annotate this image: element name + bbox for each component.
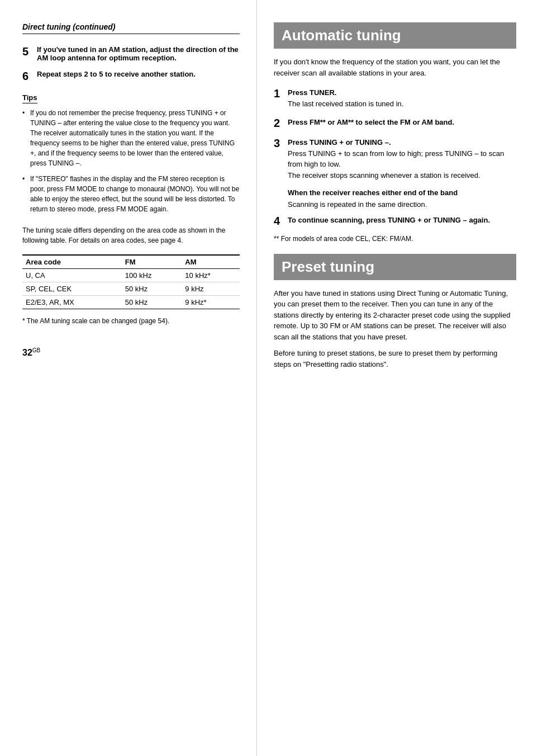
- row3-am: 9 kHz*: [182, 296, 240, 309]
- automatic-tuning-intro: If you don't know the frequency of the s…: [274, 56, 516, 78]
- step-5-number: 5: [22, 45, 35, 58]
- auto-step-3-bold: Press TUNING + or TUNING –.: [288, 138, 391, 147]
- table-row: U, CA 100 kHz 10 kHz*: [22, 269, 240, 282]
- row2-area: SP, CEL, CEK: [22, 282, 122, 296]
- row3-fm: 50 kHz: [122, 296, 182, 309]
- auto-step-2-number: 2: [274, 117, 285, 129]
- step-5-text: If you've tuned in an AM station, adjust…: [37, 45, 239, 62]
- page-number: 32GB: [22, 347, 240, 358]
- row1-am: 10 kHz*: [182, 269, 240, 282]
- right-column: Automatic tuning If you don't know the f…: [257, 0, 533, 756]
- tuning-note: The tuning scale differs depending on th…: [22, 225, 240, 245]
- automatic-tuning-title: Automatic tuning: [274, 22, 516, 49]
- auto-step-2: 2 Press FM** or AM** to select the FM or…: [274, 117, 516, 129]
- row2-fm: 50 kHz: [122, 282, 182, 296]
- tuning-table: Area code FM AM U, CA 100 kHz 10 kHz* SP…: [22, 254, 240, 309]
- tips-section: Tips If you do not remember the precise …: [22, 93, 240, 214]
- row3-area: E2/E3, AR, MX: [22, 296, 122, 309]
- row1-area: U, CA: [22, 269, 122, 282]
- tip-1: If you do not remember the precise frequ…: [22, 108, 240, 168]
- step-6: 6 Repeat steps 2 to 5 to receive another…: [22, 70, 240, 82]
- preset-para1: After you have tuned in stations using D…: [274, 288, 516, 343]
- sub-section: When the receiver reaches either end of …: [288, 188, 516, 210]
- auto-step-3: 3 Press TUNING + or TUNING –. Press TUNI…: [274, 137, 516, 181]
- page-number-suffix: GB: [32, 347, 40, 353]
- step-6-content: Repeat steps 2 to 5 to receive another s…: [37, 70, 240, 78]
- table-footnote: * The AM tuning scale can be changed (pa…: [22, 317, 240, 325]
- step-6-number: 6: [22, 70, 35, 82]
- row2-am: 9 kHz: [182, 282, 240, 296]
- step-6-text: Repeat steps 2 to 5 to receive another s…: [37, 70, 196, 78]
- tips-title: Tips: [22, 93, 37, 103]
- col-fm: FM: [122, 255, 182, 269]
- table-row: SP, CEL, CEK 50 kHz 9 kHz: [22, 282, 240, 296]
- tip-2: If "STEREO" flashes in the display and t…: [22, 174, 240, 214]
- auto-step-4-content: To continue scanning, press TUNING + or …: [288, 215, 516, 226]
- auto-step-3-detail: Press TUNING + to scan from low to high;…: [288, 148, 516, 181]
- left-column: Direct tuning (continued) 5 If you've tu…: [0, 0, 257, 756]
- page-number-value: 32: [22, 348, 32, 357]
- auto-step-1-content: Press TUNER. The last received station i…: [288, 87, 516, 109]
- tips-list: If you do not remember the precise frequ…: [22, 108, 240, 214]
- col-am: AM: [182, 255, 240, 269]
- auto-step-2-bold: Press FM** or AM** to select the FM or A…: [288, 118, 454, 126]
- auto-step-2-content: Press FM** or AM** to select the FM or A…: [288, 117, 516, 128]
- preset-tuning-section: Preset tuning After you have tuned in st…: [274, 254, 516, 370]
- auto-step-3-number: 3: [274, 137, 285, 149]
- auto-step-4: 4 To continue scanning, press TUNING + o…: [274, 215, 516, 227]
- auto-step-1: 1 Press TUNER. The last received station…: [274, 87, 516, 109]
- auto-step-4-number: 4: [274, 215, 285, 227]
- auto-step-3-content: Press TUNING + or TUNING –. Press TUNING…: [288, 137, 516, 181]
- table-row: E2/E3, AR, MX 50 kHz 9 kHz*: [22, 296, 240, 309]
- sub-heading: When the receiver reaches either end of …: [288, 188, 516, 197]
- col-area-code: Area code: [22, 255, 122, 269]
- auto-step-4-bold: To continue scanning, press TUNING + or …: [288, 216, 490, 224]
- sub-text: Scanning is repeated in the same directi…: [288, 199, 516, 210]
- auto-step-1-detail: The last received station is tuned in.: [288, 98, 516, 110]
- preset-para2: Before tuning to preset stations, be sur…: [274, 348, 516, 370]
- step-5: 5 If you've tuned in an AM station, adju…: [22, 45, 240, 62]
- tuning-table-container: Area code FM AM U, CA 100 kHz 10 kHz* SP…: [22, 254, 240, 309]
- row1-fm: 100 kHz: [122, 269, 182, 282]
- automatic-footnote: ** For models of area code CEL, CEK: FM/…: [274, 235, 516, 243]
- page: Direct tuning (continued) 5 If you've tu…: [0, 0, 533, 756]
- preset-tuning-title: Preset tuning: [274, 254, 516, 280]
- automatic-tuning-section: Automatic tuning If you don't know the f…: [274, 22, 516, 243]
- auto-step-1-number: 1: [274, 87, 285, 100]
- section-title: Direct tuning (continued): [22, 22, 240, 34]
- auto-step-1-bold: Press TUNER.: [288, 88, 336, 97]
- step-5-content: If you've tuned in an AM station, adjust…: [37, 45, 240, 62]
